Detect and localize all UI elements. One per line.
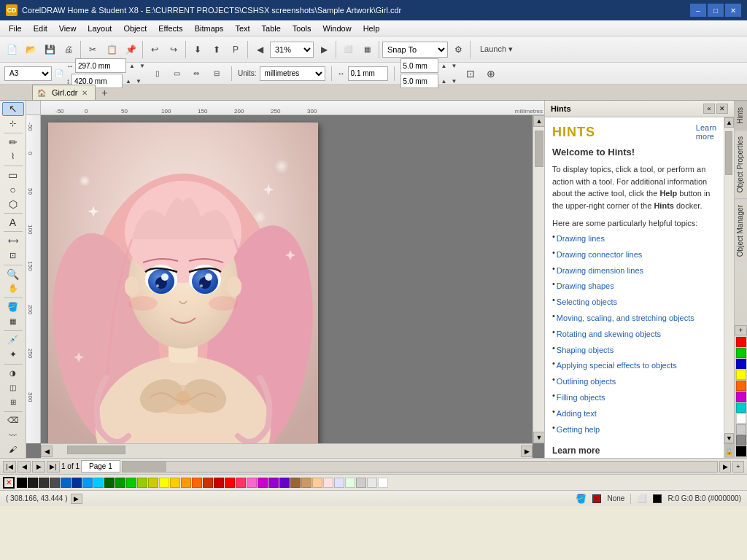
swatch-green4[interactable]: [137, 478, 147, 488]
posy-down[interactable]: ▼: [450, 77, 459, 85]
next-page-button[interactable]: ▶: [32, 461, 45, 472]
print-button[interactable]: 🖨: [60, 41, 77, 58]
color-swatch-cyan[interactable]: [736, 402, 746, 413]
swatch-lightgray[interactable]: [356, 478, 366, 488]
swatch-green1[interactable]: [104, 478, 115, 488]
scroll-v-thumb[interactable]: [535, 131, 543, 167]
landscape-button[interactable]: ▭: [169, 66, 185, 82]
canvas-horizontal-scrollbar[interactable]: ◀ ▶: [41, 443, 533, 458]
hint-link-rotating[interactable]: Rotating and skewing objects: [557, 327, 661, 342]
view-mode-button[interactable]: ▦: [358, 41, 376, 58]
hints-expand-button[interactable]: «: [703, 104, 715, 114]
redo-button[interactable]: ↪: [165, 41, 182, 58]
portrait-button[interactable]: ▯: [150, 66, 166, 82]
first-page-button[interactable]: |◀: [3, 461, 16, 472]
crop-tool[interactable]: ⊡: [2, 249, 24, 262]
interactive-tool[interactable]: ✦: [2, 348, 24, 362]
color-swatch-orange[interactable]: [736, 381, 746, 391]
tab-object-manager[interactable]: Object Manager: [735, 198, 747, 262]
polygon-tool[interactable]: ⬡: [2, 197, 24, 211]
scroll-left-button[interactable]: ◀: [41, 446, 53, 457]
hint-link-moving[interactable]: Moving, scaling, and stretching objects: [557, 311, 694, 326]
swatch-brown2[interactable]: [301, 478, 311, 488]
full-screen-button[interactable]: ⬜: [339, 41, 357, 58]
connector-tool[interactable]: ⌇: [2, 149, 24, 163]
swatch-verylightgray[interactable]: [367, 478, 377, 488]
swatch-pink1[interactable]: [236, 478, 246, 488]
swatch-pink2[interactable]: [247, 478, 257, 488]
hints-scroll-down[interactable]: ▼: [724, 433, 734, 443]
launch-button[interactable]: Launch ▾: [473, 41, 519, 58]
swatch-3[interactable]: [50, 478, 60, 488]
color-palette-btn[interactable]: +: [735, 325, 747, 335]
shadow-tool[interactable]: ◑: [2, 366, 24, 380]
zoom-tool[interactable]: 🔍: [2, 267, 24, 281]
mesh-fill-tool[interactable]: ▦: [2, 315, 24, 329]
swatch-red1[interactable]: [203, 478, 213, 488]
menu-effects[interactable]: Effects: [152, 20, 188, 36]
new-button[interactable]: 📄: [3, 41, 20, 58]
color-eyedropper-tool[interactable]: 💉: [2, 333, 24, 347]
save-button[interactable]: 💾: [41, 41, 58, 58]
select-tool[interactable]: ↖: [2, 102, 24, 116]
export-button[interactable]: ⬆: [208, 41, 225, 58]
undo-button[interactable]: ↩: [146, 41, 163, 58]
open-button[interactable]: 📂: [22, 41, 39, 58]
color-swatch-white[interactable]: [736, 413, 746, 424]
swatch-2[interactable]: [39, 478, 49, 488]
hints-scrollbar[interactable]: ▲ ▼ 🔒: [724, 117, 734, 458]
color-swatch-gray[interactable]: [736, 435, 746, 446]
text-tool[interactable]: A: [2, 216, 24, 230]
swatch-green2[interactable]: [115, 478, 125, 488]
hint-link-filling[interactable]: Filling objects: [557, 391, 605, 405]
node-tool[interactable]: ⊹: [2, 117, 24, 131]
hints-scroll-track[interactable]: [724, 128, 734, 433]
scroll-h-track[interactable]: [53, 444, 521, 458]
width-input[interactable]: [75, 58, 126, 73]
dimension-tool[interactable]: ⟷: [2, 234, 24, 248]
width-down-button[interactable]: ▼: [138, 62, 147, 69]
paint-tool[interactable]: 🖌: [2, 443, 24, 456]
freehand-tool[interactable]: ✏: [2, 135, 24, 149]
posy-up[interactable]: ▲: [440, 77, 449, 85]
doc-tab-girl[interactable]: 🏠 Girl.cdr ✕: [32, 85, 96, 100]
page-settings-button[interactable]: ⇔: [187, 65, 205, 82]
swatch-magenta1[interactable]: [258, 478, 268, 488]
swatch-lightpink[interactable]: [323, 478, 333, 488]
last-page-button[interactable]: ▶|: [47, 461, 60, 472]
posx-up[interactable]: ▲: [440, 62, 449, 69]
menu-text[interactable]: Text: [229, 20, 255, 36]
menu-window[interactable]: Window: [317, 20, 357, 36]
color-swatch-black[interactable]: [736, 446, 746, 456]
paste-button[interactable]: 📌: [122, 41, 139, 58]
swatch-green3[interactable]: [126, 478, 136, 488]
smear-tool[interactable]: 〰: [2, 428, 24, 442]
swatch-yellow2[interactable]: [159, 478, 169, 488]
fill-tool[interactable]: 🪣: [2, 300, 24, 314]
rectangle-tool[interactable]: ▭: [2, 168, 24, 182]
page-scroll-track[interactable]: [122, 461, 718, 472]
hints-learn-more-link[interactable]: Learnmore: [696, 123, 716, 141]
new-tab-button[interactable]: +: [97, 85, 112, 100]
hints-scroll-up[interactable]: ▲: [724, 117, 734, 128]
ellipse-tool[interactable]: ○: [2, 182, 24, 196]
eraser-tool[interactable]: ⌫: [2, 413, 24, 427]
hint-link-help[interactable]: Getting help: [557, 423, 600, 438]
prev-page-button[interactable]: ◀: [18, 461, 31, 472]
color-swatch-magenta[interactable]: [736, 392, 746, 402]
color-swatch-yellow[interactable]: [736, 370, 746, 380]
menu-layout[interactable]: Layout: [82, 20, 117, 36]
status-expand-button[interactable]: ▶: [71, 494, 82, 504]
add-page-nav-button[interactable]: +: [732, 461, 744, 472]
swatch-yellow1[interactable]: [148, 478, 158, 488]
units-dropdown[interactable]: millimetres: [260, 66, 325, 81]
zoom-out-button[interactable]: ◀: [251, 41, 268, 58]
menu-help[interactable]: Help: [357, 20, 386, 36]
tab-hints[interactable]: Hints: [735, 101, 747, 130]
scroll-h-thumb[interactable]: [67, 446, 125, 454]
hint-link-selecting[interactable]: Selecting objects: [557, 295, 617, 310]
copy-button[interactable]: 📋: [103, 41, 120, 58]
swatch-peach[interactable]: [312, 478, 322, 488]
scroll-up-button[interactable]: ▲: [533, 115, 544, 127]
tab-object-properties[interactable]: Object Properties: [735, 130, 747, 198]
